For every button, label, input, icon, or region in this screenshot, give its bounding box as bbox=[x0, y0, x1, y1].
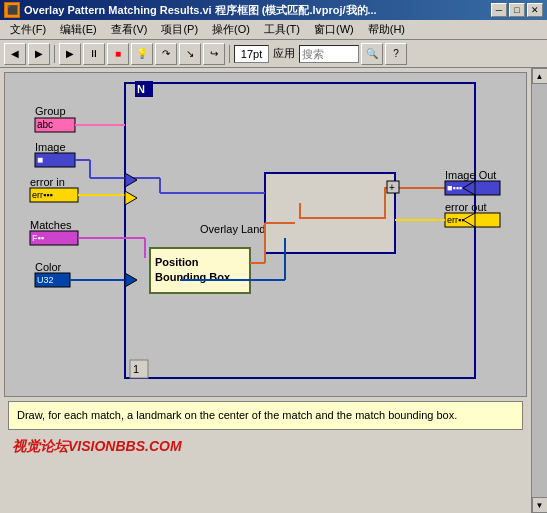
svg-rect-17 bbox=[30, 231, 78, 245]
menu-help[interactable]: 帮助(H) bbox=[362, 21, 411, 38]
svg-text:error out: error out bbox=[445, 201, 487, 213]
svg-rect-55 bbox=[130, 360, 148, 378]
menu-edit[interactable]: 编辑(E) bbox=[54, 21, 103, 38]
svg-text:■: ■ bbox=[37, 154, 43, 165]
svg-marker-52 bbox=[125, 273, 137, 287]
svg-rect-42 bbox=[445, 213, 500, 227]
scroll-down-btn[interactable]: ▼ bbox=[532, 497, 548, 513]
diagram-canvas[interactable]: N abc Group ■ Image err▪▪▪ error bbox=[4, 72, 527, 397]
watermark-text: 视觉论坛VISIONBBS.COM bbox=[12, 438, 182, 454]
menu-tools[interactable]: 工具(T) bbox=[258, 21, 306, 38]
svg-text:U32: U32 bbox=[37, 275, 54, 285]
toolbar-sep-1 bbox=[54, 45, 55, 63]
svg-text:err▪▪▪: err▪▪▪ bbox=[32, 190, 53, 200]
scrollbar-right[interactable]: ▲ ▼ bbox=[531, 68, 547, 513]
svg-text:■▪▪▪: ■▪▪▪ bbox=[447, 183, 462, 193]
toolbar-step2-btn[interactable]: ↘ bbox=[179, 43, 201, 65]
window-title: Overlay Pattern Matching Results.vi 程序框图… bbox=[24, 3, 377, 18]
toolbar-step3-btn[interactable]: ↪ bbox=[203, 43, 225, 65]
svg-rect-26 bbox=[150, 248, 250, 293]
toolbar: ◀ ▶ ▶ ⏸ ■ 💡 ↷ ↘ ↪ 应用 🔍 ? bbox=[0, 40, 547, 68]
svg-text:err▪▪▪: err▪▪▪ bbox=[447, 215, 468, 225]
menu-window[interactable]: 窗口(W) bbox=[308, 21, 360, 38]
svg-rect-3 bbox=[35, 118, 75, 132]
description-text: Draw, for each match, a landmark on the … bbox=[17, 409, 457, 421]
svg-text:Matches: Matches bbox=[30, 219, 72, 231]
svg-text:Position: Position bbox=[155, 256, 199, 268]
search-icon-btn[interactable]: 🔍 bbox=[361, 43, 383, 65]
svg-text:Color: Color bbox=[35, 261, 62, 273]
svg-text:+: + bbox=[389, 182, 395, 193]
font-size-input[interactable] bbox=[234, 45, 269, 63]
svg-text:abc: abc bbox=[37, 119, 53, 130]
watermark: 视觉论坛VISIONBBS.COM bbox=[4, 434, 527, 460]
svg-text:error in: error in bbox=[30, 176, 65, 188]
menu-view[interactable]: 查看(V) bbox=[105, 21, 154, 38]
svg-marker-54 bbox=[463, 213, 475, 227]
svg-rect-30 bbox=[265, 173, 395, 253]
svg-text:Image Out: Image Out bbox=[445, 169, 496, 181]
search-input[interactable] bbox=[299, 45, 359, 63]
main-area: N abc Group ■ Image err▪▪▪ error bbox=[0, 68, 547, 513]
toolbar-run-btn[interactable]: ▶ bbox=[59, 43, 81, 65]
svg-rect-48 bbox=[387, 181, 399, 193]
close-button[interactable]: ✕ bbox=[527, 3, 543, 17]
scroll-track[interactable] bbox=[532, 84, 547, 497]
svg-rect-0 bbox=[125, 83, 475, 378]
svg-rect-13 bbox=[30, 188, 78, 202]
menu-bar: 文件(F) 编辑(E) 查看(V) 项目(P) 操作(O) 工具(T) 窗口(W… bbox=[0, 20, 547, 40]
menu-project[interactable]: 项目(P) bbox=[155, 21, 204, 38]
svg-rect-7 bbox=[35, 153, 75, 167]
svg-text:Image: Image bbox=[35, 141, 66, 153]
maximize-button[interactable]: □ bbox=[509, 3, 525, 17]
svg-rect-22 bbox=[35, 273, 70, 287]
toolbar-step-btn[interactable]: ↷ bbox=[155, 43, 177, 65]
title-bar: ⬛ Overlay Pattern Matching Results.vi 程序… bbox=[0, 0, 547, 20]
svg-text:Overlay Landmark.vi: Overlay Landmark.vi bbox=[200, 223, 301, 235]
svg-text:Bounding Box: Bounding Box bbox=[155, 271, 231, 283]
svg-marker-53 bbox=[463, 181, 475, 195]
toolbar-pause-btn[interactable]: ⏸ bbox=[83, 43, 105, 65]
apply-label: 应用 bbox=[271, 46, 297, 61]
help-icon-btn[interactable]: ? bbox=[385, 43, 407, 65]
svg-rect-1 bbox=[135, 81, 153, 97]
svg-text:N: N bbox=[137, 83, 145, 95]
description-box: Draw, for each match, a landmark on the … bbox=[8, 401, 523, 430]
app-icon: ⬛ bbox=[4, 2, 20, 18]
title-bar-controls[interactable]: ─ □ ✕ bbox=[491, 3, 543, 17]
svg-text:Group: Group bbox=[35, 105, 66, 117]
toolbar-back-btn[interactable]: ◀ bbox=[4, 43, 26, 65]
toolbar-fwd-btn[interactable]: ▶ bbox=[28, 43, 50, 65]
wire-layer: N abc Group ■ Image err▪▪▪ error bbox=[5, 73, 526, 396]
svg-marker-50 bbox=[125, 173, 137, 187]
svg-rect-39 bbox=[445, 181, 500, 195]
svg-marker-51 bbox=[125, 191, 137, 205]
toolbar-highlight-btn[interactable]: 💡 bbox=[131, 43, 153, 65]
svg-text:1: 1 bbox=[133, 363, 139, 375]
svg-text:F▪▪: F▪▪ bbox=[32, 233, 44, 243]
menu-operate[interactable]: 操作(O) bbox=[206, 21, 256, 38]
menu-file[interactable]: 文件(F) bbox=[4, 21, 52, 38]
toolbar-abort-btn[interactable]: ■ bbox=[107, 43, 129, 65]
diagram-panel: N abc Group ■ Image err▪▪▪ error bbox=[0, 68, 531, 513]
toolbar-sep-2 bbox=[229, 45, 230, 63]
minimize-button[interactable]: ─ bbox=[491, 3, 507, 17]
title-bar-left: ⬛ Overlay Pattern Matching Results.vi 程序… bbox=[4, 2, 377, 18]
scroll-up-btn[interactable]: ▲ bbox=[532, 68, 548, 84]
